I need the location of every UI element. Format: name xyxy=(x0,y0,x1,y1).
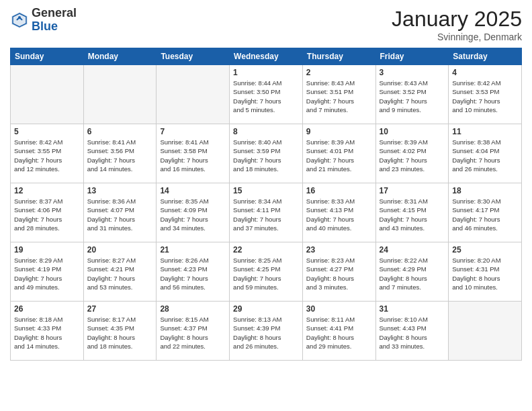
day-cell-2-4: 16Sunrise: 8:33 AM Sunset: 4:13 PM Dayli… xyxy=(302,183,375,242)
day-cell-3-4: 23Sunrise: 8:23 AM Sunset: 4:27 PM Dayli… xyxy=(302,242,375,302)
day-info: Sunrise: 8:22 AM Sunset: 4:29 PM Dayligh… xyxy=(380,256,445,291)
day-cell-0-5: 3Sunrise: 8:43 AM Sunset: 3:52 PM Daylig… xyxy=(375,65,449,124)
day-number: 15 xyxy=(233,186,299,195)
location: Svinninge, Denmark xyxy=(392,32,522,42)
svg-marker-0 xyxy=(11,12,28,28)
day-cell-1-2: 7Sunrise: 8:41 AM Sunset: 3:58 PM Daylig… xyxy=(157,124,230,183)
day-number: 12 xyxy=(14,186,80,195)
day-cell-3-6: 25Sunrise: 8:20 AM Sunset: 4:31 PM Dayli… xyxy=(449,242,522,302)
day-info: Sunrise: 8:44 AM Sunset: 3:50 PM Dayligh… xyxy=(233,79,299,114)
logo: General Blue xyxy=(10,7,77,34)
day-cell-1-3: 8Sunrise: 8:40 AM Sunset: 3:59 PM Daylig… xyxy=(230,124,303,183)
day-info: Sunrise: 8:41 AM Sunset: 3:58 PM Dayligh… xyxy=(160,138,226,173)
day-cell-2-3: 15Sunrise: 8:34 AM Sunset: 4:11 PM Dayli… xyxy=(230,183,303,242)
day-info: Sunrise: 8:34 AM Sunset: 4:11 PM Dayligh… xyxy=(233,197,299,232)
day-cell-2-0: 12Sunrise: 8:37 AM Sunset: 4:06 PM Dayli… xyxy=(11,183,84,242)
day-info: Sunrise: 8:33 AM Sunset: 4:13 PM Dayligh… xyxy=(306,197,372,232)
day-info: Sunrise: 8:15 AM Sunset: 4:37 PM Dayligh… xyxy=(160,315,226,351)
weekday-monday: Monday xyxy=(83,48,157,65)
day-number: 13 xyxy=(87,186,153,195)
day-info: Sunrise: 8:43 AM Sunset: 3:52 PM Dayligh… xyxy=(380,79,445,114)
day-number: 5 xyxy=(14,127,80,136)
day-cell-4-6 xyxy=(449,302,522,361)
day-info: Sunrise: 8:13 AM Sunset: 4:39 PM Dayligh… xyxy=(233,315,299,351)
day-cell-0-4: 2Sunrise: 8:43 AM Sunset: 3:51 PM Daylig… xyxy=(302,65,375,124)
day-cell-2-1: 13Sunrise: 8:36 AM Sunset: 4:07 PM Dayli… xyxy=(83,183,157,242)
logo-icon xyxy=(10,11,29,30)
day-cell-0-6: 4Sunrise: 8:42 AM Sunset: 3:53 PM Daylig… xyxy=(449,65,522,124)
day-number: 9 xyxy=(306,127,372,136)
day-info: Sunrise: 8:23 AM Sunset: 4:27 PM Dayligh… xyxy=(306,256,372,291)
day-cell-2-6: 18Sunrise: 8:30 AM Sunset: 4:17 PM Dayli… xyxy=(449,183,522,242)
day-info: Sunrise: 8:20 AM Sunset: 4:31 PM Dayligh… xyxy=(452,256,518,291)
day-cell-1-6: 11Sunrise: 8:38 AM Sunset: 4:04 PM Dayli… xyxy=(449,124,522,183)
weekday-wednesday: Wednesday xyxy=(230,48,303,65)
day-number: 10 xyxy=(380,127,445,136)
day-cell-3-3: 22Sunrise: 8:25 AM Sunset: 4:25 PM Dayli… xyxy=(230,242,303,302)
day-number: 30 xyxy=(306,304,372,314)
day-number: 19 xyxy=(14,245,80,255)
day-number: 27 xyxy=(87,304,153,314)
day-info: Sunrise: 8:39 AM Sunset: 4:02 PM Dayligh… xyxy=(380,138,445,173)
day-number: 25 xyxy=(452,245,518,255)
day-number: 21 xyxy=(160,245,226,255)
day-info: Sunrise: 8:25 AM Sunset: 4:25 PM Dayligh… xyxy=(233,256,299,291)
weekday-row: Sunday Monday Tuesday Wednesday Thursday… xyxy=(11,48,522,65)
day-number: 7 xyxy=(160,127,226,136)
day-info: Sunrise: 8:27 AM Sunset: 4:21 PM Dayligh… xyxy=(87,256,153,291)
day-info: Sunrise: 8:43 AM Sunset: 3:51 PM Dayligh… xyxy=(306,79,372,114)
day-cell-4-0: 26Sunrise: 8:18 AM Sunset: 4:33 PM Dayli… xyxy=(11,302,84,361)
day-number: 23 xyxy=(306,245,372,255)
day-number: 31 xyxy=(380,304,445,314)
title-block: January 2025 Svinninge, Denmark xyxy=(392,7,522,42)
day-info: Sunrise: 8:40 AM Sunset: 3:59 PM Dayligh… xyxy=(233,138,299,173)
day-info: Sunrise: 8:42 AM Sunset: 3:53 PM Dayligh… xyxy=(452,79,518,114)
day-cell-4-3: 29Sunrise: 8:13 AM Sunset: 4:39 PM Dayli… xyxy=(230,302,303,361)
header: General Blue January 2025 Svinninge, Den… xyxy=(10,7,522,42)
day-info: Sunrise: 8:30 AM Sunset: 4:17 PM Dayligh… xyxy=(452,197,518,232)
day-number: 14 xyxy=(160,186,226,195)
day-number: 2 xyxy=(306,68,372,77)
day-cell-2-2: 14Sunrise: 8:35 AM Sunset: 4:09 PM Dayli… xyxy=(157,183,230,242)
day-cell-0-2 xyxy=(157,65,230,124)
day-cell-4-2: 28Sunrise: 8:15 AM Sunset: 4:37 PM Dayli… xyxy=(157,302,230,361)
day-info: Sunrise: 8:36 AM Sunset: 4:07 PM Dayligh… xyxy=(87,197,153,232)
logo-blue-text: Blue xyxy=(32,19,58,33)
day-number: 22 xyxy=(233,245,299,255)
day-cell-0-3: 1Sunrise: 8:44 AM Sunset: 3:50 PM Daylig… xyxy=(230,65,303,124)
day-number: 1 xyxy=(233,68,299,77)
day-info: Sunrise: 8:39 AM Sunset: 4:01 PM Dayligh… xyxy=(306,138,372,173)
day-cell-0-1 xyxy=(83,65,157,124)
day-cell-3-2: 21Sunrise: 8:26 AM Sunset: 4:23 PM Dayli… xyxy=(157,242,230,302)
day-cell-1-4: 9Sunrise: 8:39 AM Sunset: 4:01 PM Daylig… xyxy=(302,124,375,183)
calendar: Sunday Monday Tuesday Wednesday Thursday… xyxy=(10,48,522,361)
day-number: 3 xyxy=(380,68,445,77)
day-cell-1-5: 10Sunrise: 8:39 AM Sunset: 4:02 PM Dayli… xyxy=(375,124,449,183)
page: General Blue January 2025 Svinninge, Den… xyxy=(0,0,532,411)
day-info: Sunrise: 8:41 AM Sunset: 3:56 PM Dayligh… xyxy=(87,138,153,173)
day-info: Sunrise: 8:17 AM Sunset: 4:35 PM Dayligh… xyxy=(87,315,153,351)
day-info: Sunrise: 8:35 AM Sunset: 4:09 PM Dayligh… xyxy=(160,197,226,232)
day-info: Sunrise: 8:18 AM Sunset: 4:33 PM Dayligh… xyxy=(14,315,80,351)
day-number: 16 xyxy=(306,186,372,195)
day-number: 29 xyxy=(233,304,299,314)
day-number: 18 xyxy=(452,186,518,195)
day-cell-4-5: 31Sunrise: 8:10 AM Sunset: 4:43 PM Dayli… xyxy=(375,302,449,361)
logo-text: General Blue xyxy=(32,7,77,34)
day-info: Sunrise: 8:26 AM Sunset: 4:23 PM Dayligh… xyxy=(160,256,226,291)
day-info: Sunrise: 8:10 AM Sunset: 4:43 PM Dayligh… xyxy=(380,315,445,351)
day-info: Sunrise: 8:31 AM Sunset: 4:15 PM Dayligh… xyxy=(380,197,445,232)
svg-point-2 xyxy=(18,16,21,19)
day-number: 24 xyxy=(380,245,445,255)
day-cell-3-0: 19Sunrise: 8:29 AM Sunset: 4:19 PM Dayli… xyxy=(11,242,84,302)
day-number: 8 xyxy=(233,127,299,136)
week-row-2: 12Sunrise: 8:37 AM Sunset: 4:06 PM Dayli… xyxy=(11,183,522,242)
day-info: Sunrise: 8:42 AM Sunset: 3:55 PM Dayligh… xyxy=(14,138,80,173)
day-cell-4-4: 30Sunrise: 8:11 AM Sunset: 4:41 PM Dayli… xyxy=(302,302,375,361)
logo-general-text: General xyxy=(32,6,77,19)
weekday-sunday: Sunday xyxy=(11,48,84,65)
week-row-1: 5Sunrise: 8:42 AM Sunset: 3:55 PM Daylig… xyxy=(11,124,522,183)
day-number: 4 xyxy=(452,68,518,77)
weekday-thursday: Thursday xyxy=(302,48,375,65)
day-info: Sunrise: 8:37 AM Sunset: 4:06 PM Dayligh… xyxy=(14,197,80,232)
